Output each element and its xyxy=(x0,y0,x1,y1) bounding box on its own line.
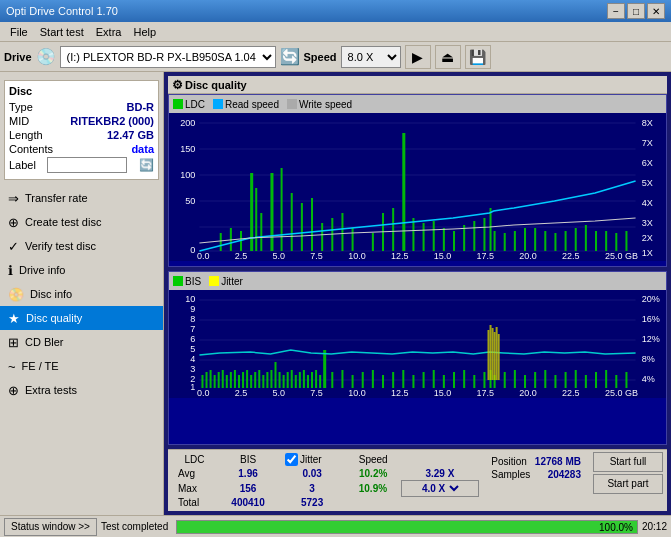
label-edit-icon[interactable]: 🔄 xyxy=(139,158,154,172)
disc-row-label: Label 🔄 xyxy=(9,157,154,173)
time-label: 20:12 xyxy=(642,521,667,532)
svg-rect-132 xyxy=(524,375,526,388)
svg-text:7X: 7X xyxy=(642,138,653,148)
svg-text:12%: 12% xyxy=(642,334,660,344)
sidebar-item-disc-quality[interactable]: ★ Disc quality xyxy=(0,306,163,330)
svg-rect-55 xyxy=(575,228,577,251)
disc-info-icon: 📀 xyxy=(8,287,24,302)
drive-label: Drive xyxy=(4,51,32,63)
svg-text:200: 200 xyxy=(180,118,195,128)
svg-text:9: 9 xyxy=(190,304,195,314)
svg-rect-108 xyxy=(311,372,313,388)
status-window-button[interactable]: Status window >> xyxy=(4,518,97,536)
progress-label: 100.0% xyxy=(599,521,633,534)
svg-rect-123 xyxy=(443,375,445,388)
svg-text:8%: 8% xyxy=(642,354,655,364)
svg-rect-90 xyxy=(238,375,240,388)
svg-rect-103 xyxy=(291,370,293,388)
menubar: File Start test Extra Help xyxy=(0,22,671,42)
svg-rect-146 xyxy=(494,332,496,380)
chart2-container: BIS Jitter 10 9 8 xyxy=(168,271,667,444)
svg-text:2X: 2X xyxy=(642,233,653,243)
svg-rect-24 xyxy=(260,213,262,251)
svg-rect-47 xyxy=(494,231,496,251)
statusbar: Status window >> Test completed 100.0% 2… xyxy=(0,515,671,537)
label-input[interactable] xyxy=(47,157,127,173)
svg-rect-112 xyxy=(331,372,333,388)
jitter-checkbox[interactable] xyxy=(285,453,298,466)
svg-rect-116 xyxy=(372,370,374,388)
sidebar-item-transfer-rate[interactable]: ⇒ Transfer rate xyxy=(0,186,163,210)
svg-rect-142 xyxy=(625,372,627,388)
disc-info-section: Disc Type BD-R MID RITEKBR2 (000) Length… xyxy=(4,80,159,180)
svg-rect-19 xyxy=(220,233,222,251)
svg-rect-26 xyxy=(281,168,283,251)
svg-rect-143 xyxy=(487,330,489,380)
stats-avg-label: Avg xyxy=(172,467,217,481)
play-icon[interactable]: ▶ xyxy=(405,45,431,69)
speed-box-select[interactable]: 4.0 X xyxy=(418,482,462,495)
svg-rect-101 xyxy=(283,375,285,388)
sidebar-item-extra-tests[interactable]: ⊕ Extra tests xyxy=(0,378,163,402)
svg-rect-32 xyxy=(341,213,343,251)
drive-select[interactable]: (I:) PLEXTOR BD-R PX-LB950SA 1.04 xyxy=(60,46,276,68)
minimize-button[interactable]: − xyxy=(607,3,625,19)
close-button[interactable]: ✕ xyxy=(647,3,665,19)
svg-text:6: 6 xyxy=(190,334,195,344)
legend-ldc: LDC xyxy=(173,99,205,110)
eject-icon[interactable]: ⏏ xyxy=(435,45,461,69)
svg-text:6X: 6X xyxy=(642,158,653,168)
sidebar-item-verify-test-disc[interactable]: ✓ Verify test disc xyxy=(0,234,163,258)
disc-section-title: Disc xyxy=(9,85,154,97)
menu-starttest[interactable]: Start test xyxy=(34,25,90,39)
svg-text:3X: 3X xyxy=(642,218,653,228)
sidebar-item-drive-info[interactable]: ℹ Drive info xyxy=(0,258,163,282)
menu-extra[interactable]: Extra xyxy=(90,25,128,39)
svg-rect-134 xyxy=(544,370,546,388)
legend-read-speed: Read speed xyxy=(213,99,279,110)
stats-header-bis: BIS xyxy=(217,452,279,467)
svg-text:8: 8 xyxy=(190,314,195,324)
maximize-button[interactable]: □ xyxy=(627,3,645,19)
menu-help[interactable]: Help xyxy=(127,25,162,39)
legend-bis: BIS xyxy=(173,276,201,287)
svg-text:3: 3 xyxy=(190,364,195,374)
svg-rect-148 xyxy=(498,334,500,380)
svg-rect-94 xyxy=(254,372,256,388)
sidebar-item-create-test-disc[interactable]: ⊕ Create test disc xyxy=(0,210,163,234)
sidebar-item-cd-bler[interactable]: ⊞ CD Bler xyxy=(0,330,163,354)
svg-rect-39 xyxy=(423,223,425,251)
fe-te-icon: ~ xyxy=(8,359,16,374)
titlebar: Opti Drive Control 1.70 − □ ✕ xyxy=(0,0,671,22)
start-full-button[interactable]: Start full xyxy=(593,452,663,472)
progress-bar-fill xyxy=(177,521,637,533)
stats-speed-box[interactable]: 4.0 X xyxy=(401,480,479,496)
svg-rect-102 xyxy=(287,372,289,388)
svg-rect-127 xyxy=(483,372,485,388)
svg-rect-44 xyxy=(473,221,475,251)
sidebar: Disc Type BD-R MID RITEKBR2 (000) Length… xyxy=(0,72,164,515)
sidebar-item-disc-info[interactable]: 📀 Disc info xyxy=(0,282,163,306)
sidebar-item-fe-te[interactable]: ~ FE / TE xyxy=(0,354,163,378)
svg-rect-139 xyxy=(595,372,597,388)
svg-rect-49 xyxy=(514,231,516,251)
extra-tests-icon: ⊕ xyxy=(8,383,19,398)
menu-file[interactable]: File xyxy=(4,25,34,39)
svg-rect-57 xyxy=(595,231,597,251)
stats-max-jitter: 10.9% xyxy=(345,480,401,496)
svg-rect-144 xyxy=(490,325,492,380)
samples-row: Samples 204283 xyxy=(491,469,581,480)
stats-row: LDC BIS Jitter Speed Avg 1.96 0.03 10.2% xyxy=(168,449,667,512)
svg-rect-54 xyxy=(565,231,567,251)
svg-rect-100 xyxy=(279,372,281,388)
svg-rect-33 xyxy=(352,228,354,251)
start-part-button[interactable]: Start part xyxy=(593,474,663,494)
save-icon[interactable]: 💾 xyxy=(465,45,491,69)
svg-rect-124 xyxy=(453,372,455,388)
svg-rect-104 xyxy=(295,375,297,388)
svg-rect-109 xyxy=(315,370,317,388)
disc-quality-header: ⚙ Disc quality xyxy=(168,76,667,94)
speed-select[interactable]: 8.0 X xyxy=(341,46,401,68)
svg-rect-45 xyxy=(483,218,485,251)
content-area: ⚙ Disc quality LDC Read speed Write spee… xyxy=(164,72,671,515)
